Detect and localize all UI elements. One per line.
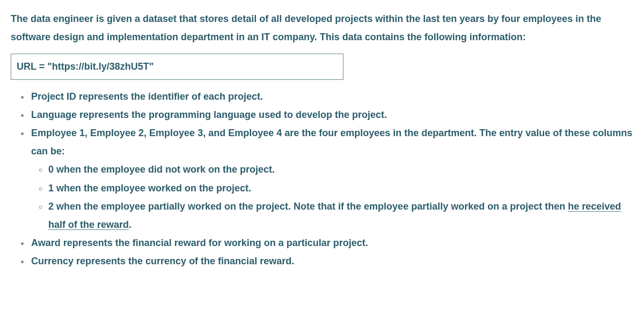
list-item: Project ID represents the identifier of …: [30, 87, 633, 106]
list-item-text: Language represents the programming lang…: [31, 109, 387, 120]
list-item-text: Award represents the financial reward fo…: [31, 237, 368, 248]
list-item: Employee 1, Employee 2, Employee 3, and …: [30, 124, 633, 234]
list-item: Language represents the programming lang…: [30, 106, 633, 124]
list-item-text: Currency represents the currency of the …: [31, 256, 294, 266]
main-list: Project ID represents the identifier of …: [11, 87, 633, 271]
list-item: Currency represents the currency of the …: [30, 252, 633, 270]
list-item-text: 0 when the employee did not work on the …: [48, 164, 275, 175]
list-item-text: 1 when the employee worked on the projec…: [48, 183, 251, 194]
url-box: URL = "https://bit.ly/38zhU5T": [11, 54, 343, 79]
list-item: 2 when the employee partially worked on …: [48, 197, 633, 234]
list-item: Award represents the financial reward fo…: [30, 234, 633, 252]
list-item-text-post: .: [129, 219, 131, 230]
list-item: 1 when the employee worked on the projec…: [48, 179, 633, 197]
sub-list: 0 when the employee did not work on the …: [31, 160, 633, 234]
list-item-text-pre: 2 when the employee partially worked on …: [48, 201, 568, 212]
list-item-text: Project ID represents the identifier of …: [31, 91, 263, 102]
list-item: 0 when the employee did not work on the …: [48, 160, 633, 179]
intro-paragraph: The data engineer is given a dataset tha…: [11, 10, 633, 46]
list-item-text: Employee 1, Employee 2, Employee 3, and …: [31, 128, 632, 157]
